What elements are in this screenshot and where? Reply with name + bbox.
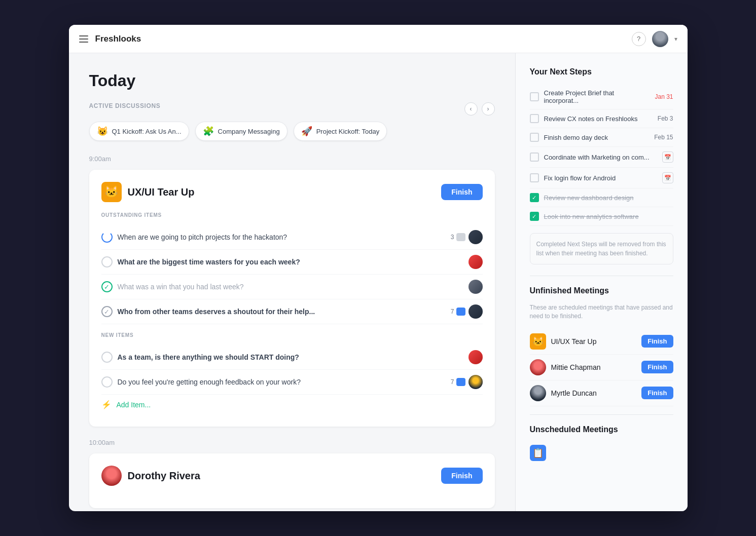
comment-bubble-4 — [456, 308, 465, 316]
next-step-check-4[interactable] — [530, 152, 539, 162]
item-avatar-1 — [469, 230, 483, 244]
main-content: Today Active Discussions ‹ › 😺 Q1 Kickof… — [69, 53, 688, 511]
help-button[interactable]: ? — [632, 32, 646, 46]
time-label-9am: 9:00am — [89, 155, 495, 163]
next-step-text-4: Coordinate with Marketing on com... — [544, 154, 657, 161]
next-step-check-3[interactable] — [530, 133, 539, 142]
finish-button-2[interactable]: Finish — [441, 468, 482, 484]
next-step-text-6: Review new dashboard design — [544, 194, 673, 202]
item-meta-4: 7 — [451, 304, 483, 319]
next-step-1: Create Project Brief that incorporat... … — [530, 85, 673, 109]
meeting-emoji-1: 🐱 — [101, 182, 122, 202]
unscheduled-emoji-1: 📋 — [530, 445, 546, 461]
next-step-check-5[interactable] — [530, 173, 539, 182]
meeting-name-1: UX/UI Tear Up — [128, 186, 195, 198]
discussion-chip-1[interactable]: 😺 Q1 Kickoff: Ask Us An... — [89, 122, 189, 141]
user-menu-chevron[interactable]: ▾ — [674, 35, 677, 43]
next-step-text-5: Fix login flow for Android — [544, 174, 657, 182]
unfinished-avatar-3 — [530, 385, 546, 401]
next-step-text-3: Finish demo day deck — [544, 134, 650, 141]
next-step-6: ✓ Review new dashboard design — [530, 188, 673, 207]
next-step-check-1[interactable] — [530, 92, 539, 101]
next-step-check-2[interactable] — [530, 114, 539, 123]
unfinished-avatar-2 — [530, 359, 546, 375]
unscheduled-title: Unscheduled Meetings — [530, 425, 673, 434]
item-text-4: Who from other teams deserves a shoutout… — [118, 308, 446, 316]
comment-count-6: 7 — [451, 378, 465, 386]
user-avatar[interactable] — [652, 31, 668, 47]
item-text-6: Do you feel you're getting enough feedba… — [118, 378, 446, 386]
item-text-5: As a team, is there anything we should S… — [118, 353, 463, 361]
header: Freshlooks ? ▾ — [69, 25, 688, 53]
calendar-icon-4: 📅 — [662, 151, 673, 163]
meeting-title-area-1: 🐱 UX/UI Tear Up — [101, 182, 195, 202]
next-step-text-2: Review CX notes on Freshlooks — [544, 115, 653, 123]
item-check-1[interactable] — [101, 232, 113, 243]
item-check-3[interactable]: ✓ — [101, 281, 113, 292]
discussions-label: Active Discussions — [89, 102, 161, 109]
unfinished-name-2: Mittie Chapman — [551, 363, 637, 371]
discussions-section: Active Discussions ‹ › — [89, 102, 495, 116]
item-check-6[interactable] — [101, 376, 113, 388]
unfinished-item-1: 🐱 UI/UX Tear Up Finish — [530, 329, 673, 355]
item-avatar-4 — [469, 304, 483, 319]
header-actions: ? ▾ — [632, 31, 677, 47]
next-steps-title: Your Next Steps — [530, 67, 673, 76]
add-item-icon: ⚡ — [101, 400, 112, 409]
app-logo: Freshlooks — [95, 34, 632, 44]
add-item-label: Add Item... — [117, 401, 151, 409]
item-meta-5 — [469, 350, 483, 364]
unfinished-name-3: Myrtle Duncan — [551, 389, 637, 397]
next-step-3: Finish demo day deck Feb 15 — [530, 128, 673, 147]
next-step-4: Coordinate with Marketing on com... 📅 — [530, 147, 673, 168]
item-avatar-5 — [469, 350, 483, 364]
unfinished-finish-3[interactable]: Finish — [641, 387, 673, 399]
divider-2 — [530, 414, 673, 415]
unfinished-item-2: Mittie Chapman Finish — [530, 355, 673, 380]
meeting-card-header-1: 🐱 UX/UI Tear Up Finish — [101, 182, 483, 202]
item-text-2: What are the biggest time wasters for yo… — [118, 258, 463, 266]
item-check-4[interactable]: ✓ — [101, 306, 113, 317]
left-panel: Today Active Discussions ‹ › 😺 Q1 Kickof… — [69, 53, 515, 511]
next-step-date-2: Feb 3 — [658, 115, 673, 122]
next-step-5: Fix login flow for Android 📅 — [530, 168, 673, 188]
next-step-date-3: Feb 15 — [654, 134, 673, 141]
meeting-name-2: Dorothy Rivera — [128, 470, 200, 482]
add-item-row[interactable]: ⚡ Add Item... — [101, 395, 483, 414]
comment-count-4: 7 — [451, 308, 465, 316]
new-items-label: NEW ITEMS — [101, 332, 483, 338]
item-check-2[interactable] — [101, 256, 113, 267]
unfinished-subtitle: These are scheduled meetings that have p… — [530, 303, 673, 321]
discussions-list: 😺 Q1 Kickoff: Ask Us An... 🧩 Company Mes… — [89, 122, 495, 141]
unfinished-finish-1[interactable]: Finish — [641, 335, 673, 348]
discussion-chip-3[interactable]: 🚀 Project Kickoff: Today — [294, 122, 387, 141]
unfinished-name-1: UI/UX Tear Up — [551, 337, 637, 346]
comment-bubble-1 — [456, 233, 465, 241]
meeting-card-1: 🐱 UX/UI Tear Up Finish OUTSTANDING ITEMS… — [89, 170, 495, 427]
next-step-date-1: Jan 31 — [655, 93, 673, 100]
discussion-title-3: Project Kickoff: Today — [316, 128, 380, 135]
calendar-icon-5: 📅 — [662, 172, 673, 183]
app-window: Freshlooks ? ▾ Today Active Discussions … — [69, 25, 688, 511]
nav-prev[interactable]: ‹ — [464, 102, 478, 116]
unfinished-finish-2[interactable]: Finish — [641, 361, 673, 373]
item-avatar-2 — [469, 255, 483, 269]
next-step-check-6[interactable]: ✓ — [530, 193, 539, 202]
item-text-3: What was a win that you had last week? — [118, 283, 463, 291]
next-step-text-1: Create Project Brief that incorporat... — [544, 89, 650, 104]
discussion-nav: ‹ › — [464, 102, 495, 116]
discussion-emoji-3: 🚀 — [301, 126, 312, 137]
menu-icon[interactable] — [79, 35, 88, 43]
next-step-2: Review CX notes on Freshlooks Feb 3 — [530, 109, 673, 128]
comment-bubble-6 — [456, 378, 465, 386]
agenda-item-4: ✓ Who from other teams deserves a shouto… — [101, 299, 483, 324]
completed-note: Completed Next Steps will be removed fro… — [530, 233, 673, 264]
item-avatar-3 — [469, 280, 483, 294]
discussion-chip-2[interactable]: 🧩 Company Messaging — [195, 122, 287, 141]
next-step-check-7[interactable]: ✓ — [530, 212, 539, 221]
item-avatar-6 — [469, 375, 483, 389]
nav-next[interactable]: › — [482, 102, 495, 116]
item-check-5[interactable] — [101, 352, 113, 363]
meeting-card-2: Dorothy Rivera Finish — [89, 453, 495, 508]
finish-button-1[interactable]: Finish — [441, 184, 482, 200]
